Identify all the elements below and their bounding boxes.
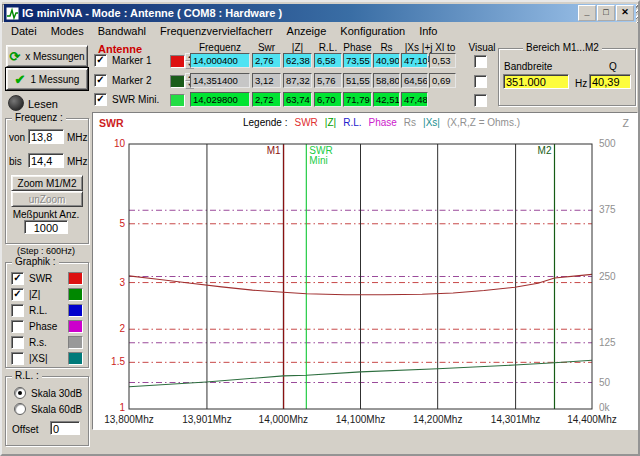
menu-bar: Datei Modes Bandwahl Frequenzvervielfach… bbox=[4, 22, 636, 39]
swr-mini-checkbox[interactable]: ✓ bbox=[94, 93, 107, 106]
m2-rl: 5,76 bbox=[314, 73, 342, 88]
menu-datei[interactable]: Datei bbox=[4, 24, 44, 38]
marker1-color-swatch bbox=[170, 55, 185, 68]
swr-checkbox[interactable]: ✓ bbox=[11, 272, 24, 285]
m1-uh: 0,53 bbox=[429, 53, 456, 68]
phase-checkbox[interactable] bbox=[11, 320, 24, 333]
phase-color-swatch bbox=[68, 320, 83, 333]
chart-panel: SWR Legende : SWR |Z| R.L. Phase Rs |Xs|… bbox=[92, 112, 638, 430]
m2-visual-checkbox[interactable] bbox=[474, 75, 487, 88]
z-tick: 50 bbox=[599, 377, 611, 388]
step-label: (Step : 600Hz) bbox=[4, 246, 88, 256]
marker2-checkbox[interactable]: ✓ bbox=[94, 74, 107, 87]
chart-swr-axis-title: SWR bbox=[99, 117, 124, 129]
messpunkt-input[interactable]: 1000 bbox=[24, 220, 68, 234]
rl-checkbox[interactable] bbox=[11, 304, 24, 317]
menu-anzeige[interactable]: Anzeige bbox=[280, 24, 334, 38]
marker2-toggle: ✓ Marker 2 bbox=[94, 74, 151, 87]
bis-frequency-input[interactable]: 14,4 bbox=[28, 153, 64, 168]
m1-visual-checkbox[interactable] bbox=[474, 55, 487, 68]
menu-info[interactable]: Info bbox=[412, 24, 444, 38]
sidebar: ⟳ x Messungen ✔ 1 Messung Lesen Frequenz… bbox=[4, 40, 90, 431]
minimize-button[interactable]: _ bbox=[578, 5, 596, 21]
m2-swr: 3,12 bbox=[252, 73, 281, 88]
swr-tick: 3 bbox=[119, 277, 125, 288]
mini-xs: 47,48 bbox=[401, 92, 428, 107]
m2-z: 87,32 bbox=[283, 73, 312, 88]
unzoom-button[interactable]: unZoom bbox=[11, 191, 83, 207]
graphik-xs-row: |XS| bbox=[11, 352, 83, 365]
marker2-color-swatch bbox=[170, 75, 185, 88]
m2-rs: 58,80 bbox=[373, 73, 400, 88]
swr-tick: 1 bbox=[119, 402, 125, 413]
legend-rs: Rs bbox=[404, 117, 416, 128]
one-messung-button[interactable]: ✔ 1 Messung bbox=[6, 68, 88, 90]
m1-frequenz: 14,000400 bbox=[190, 53, 250, 68]
lesen-led-icon[interactable] bbox=[8, 95, 24, 111]
marker-label-m1: M1 bbox=[267, 145, 281, 156]
skala-60db-radio[interactable] bbox=[14, 403, 26, 415]
swr-mini-color-swatch bbox=[170, 94, 185, 107]
menu-konfiguration[interactable]: Konfiguration bbox=[333, 24, 412, 38]
graphik-rl-row: R.L. bbox=[11, 304, 83, 317]
freq-tick: 14,200Mhz bbox=[413, 414, 462, 425]
freq-tick: 14,000Mhz bbox=[259, 414, 308, 425]
m1-phase: 73,55 bbox=[343, 53, 372, 68]
close-button[interactable]: ✕ bbox=[616, 5, 634, 21]
marker1-checkbox[interactable]: ✓ bbox=[94, 54, 107, 67]
window-title: IG miniVNA - Mode : Antenne ( COM8 : Har… bbox=[22, 7, 282, 19]
z-checkbox[interactable]: ✓ bbox=[11, 288, 24, 301]
skala-30db-radio[interactable] bbox=[14, 387, 26, 399]
legend-swr: SWR bbox=[295, 117, 318, 128]
offset-input[interactable]: 0 bbox=[50, 421, 80, 435]
maximize-button[interactable]: □ bbox=[597, 5, 615, 21]
xs-checkbox[interactable] bbox=[11, 352, 24, 365]
legend-phase: Phase bbox=[369, 117, 397, 128]
menu-modes[interactable]: Modes bbox=[44, 24, 91, 38]
col-visual: Visual bbox=[464, 42, 500, 53]
x-messungen-button[interactable]: ⟳ x Messungen bbox=[6, 45, 88, 67]
m1-xs: 47,10 bbox=[401, 53, 428, 68]
chart-legend: Legende : SWR |Z| R.L. Phase Rs |Xs| (X,… bbox=[243, 117, 520, 128]
xs-color-swatch bbox=[68, 352, 83, 365]
z-tick: 250 bbox=[599, 271, 616, 282]
q-value: 40,39 bbox=[589, 74, 631, 89]
zoom-m1-m2-button[interactable]: Zoom M1/M2 bbox=[11, 175, 83, 191]
bandbreite-value: 351.000 bbox=[503, 74, 569, 89]
m2-frequenz: 14,351400 bbox=[190, 73, 250, 88]
app-icon bbox=[6, 7, 19, 20]
marker-label-swr-mini: Mini bbox=[309, 155, 327, 166]
col-rs: Rs bbox=[373, 42, 400, 53]
col-phase: Phase bbox=[343, 42, 372, 53]
graphik-rs-row: R.s. bbox=[11, 336, 83, 349]
mini-rs: 42,51 bbox=[373, 92, 400, 107]
legend-note: (X,R,Z = Ohms.) bbox=[447, 117, 520, 128]
freq-tick: 13,800Mhz bbox=[104, 414, 153, 425]
graphik-swr-row: ✓ SWR bbox=[11, 272, 83, 285]
rl-group: R.L. : Skala 30dB Skala 60dB Offset 0 bbox=[5, 376, 89, 446]
lesen-label: Lesen bbox=[28, 98, 58, 110]
mini-frequenz: 14,029800 bbox=[190, 92, 250, 107]
menu-frequenzvervielfacher[interactable]: Frequenzvervielfacherr bbox=[153, 24, 280, 38]
swr-tick: 2 bbox=[119, 323, 125, 334]
marker-table: Antenne Frequenz Swr |Z| R.L. Phase Rs |… bbox=[90, 40, 640, 112]
freq-tick: 14,400Mhz bbox=[567, 414, 616, 425]
m1-swr: 2,76 bbox=[252, 53, 281, 68]
graphik-z-row: ✓ |Z| bbox=[11, 288, 83, 301]
rs-checkbox[interactable] bbox=[11, 336, 24, 349]
z-color-swatch bbox=[68, 288, 83, 301]
title-bar[interactable]: IG miniVNA - Mode : Antenne ( COM8 : Har… bbox=[4, 4, 636, 22]
mini-visual-checkbox[interactable] bbox=[474, 94, 487, 107]
von-frequency-input[interactable]: 13,8 bbox=[28, 129, 64, 144]
m1-rs: 40,90 bbox=[373, 53, 400, 68]
menu-bandwahl[interactable]: Bandwahl bbox=[91, 24, 153, 38]
z-tick: 0k bbox=[599, 402, 611, 413]
mini-swr: 2,72 bbox=[252, 92, 281, 107]
z-tick: 500 bbox=[599, 138, 616, 149]
col-z: |Z| bbox=[283, 42, 312, 53]
freq-tick: 13,901Mhz bbox=[182, 414, 231, 425]
legend-z: |Z| bbox=[325, 117, 336, 128]
mini-phase: 71,79 bbox=[343, 92, 372, 107]
rl-color-swatch bbox=[68, 304, 83, 317]
bereich-group: Bereich M1...M2 Bandbreite 351.000 Hz Q … bbox=[498, 48, 636, 106]
